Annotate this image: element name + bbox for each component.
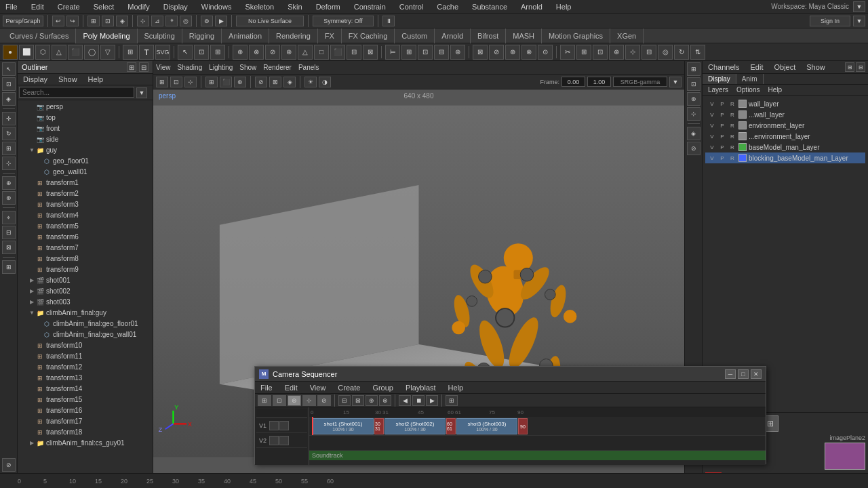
cam-tool-7[interactable]: ⊠ (352, 395, 364, 406)
toolbar-select[interactable]: ⊞ (87, 16, 100, 26)
tree-item-transform7[interactable]: ⊞transform7 (19, 243, 151, 253)
tree-item-persp[interactable]: 📷persp (19, 102, 151, 113)
tool-boolean[interactable]: ⊘ (265, 45, 280, 60)
layer-color-baseModel_man_Layer[interactable] (738, 143, 747, 151)
tool-universal[interactable]: ⊕ (2, 176, 16, 190)
right-tool-2[interactable]: ⊡ (687, 77, 701, 91)
tool-select-btn[interactable]: ↖ (2, 62, 16, 76)
tree-item-climbAnim_final_guy[interactable]: ▼📁climbAnim_final:guy (19, 308, 151, 319)
workspace-dropdown[interactable]: ▼ (853, 1, 865, 12)
outliner-menu-show[interactable]: Show (56, 75, 80, 83)
tab-mash[interactable]: MASH (506, 28, 542, 43)
tool-grid[interactable]: ⊞ (2, 260, 16, 274)
tool-wedge[interactable]: ⊟ (642, 45, 656, 60)
tab-anim[interactable]: Anim (736, 74, 764, 84)
toolbar-snap1[interactable]: ⊹ (137, 16, 149, 26)
menu-constrain[interactable]: Constrain (351, 3, 389, 11)
cam-seq-timeline-area[interactable]: 0 15 30 31 45 60 61 75 90 shot1 (Shot001… (309, 407, 766, 465)
outliner-menu-display[interactable]: Display (20, 75, 50, 83)
tool-scale[interactable]: ⊞ (2, 142, 16, 155)
tool-slide-edge[interactable]: ⊙ (538, 45, 553, 60)
layer-flag-R-baseModel_man_Layer[interactable]: R (728, 143, 736, 151)
tree-item-transform4[interactable]: ⊞transform4 (19, 210, 151, 221)
menu-control[interactable]: Control (397, 3, 426, 11)
layer-color-environment_layer[interactable] (738, 121, 747, 129)
tree-item-transform18[interactable]: ⊞transform18 (19, 427, 151, 438)
tree-item-transform8[interactable]: ⊞transform8 (19, 253, 151, 264)
channels-label[interactable]: Channels (705, 63, 742, 71)
cam-play-fwd[interactable]: ▶ (426, 395, 438, 406)
tool-cylinder[interactable]: ⬡ (35, 45, 50, 60)
tree-item-transform14[interactable]: ⊞transform14 (19, 384, 151, 394)
layer-row-baseModel_man_Layer[interactable]: VPRbaseModel_man_Layer (705, 142, 865, 152)
outliner-expand-icon[interactable]: ⊞ (127, 62, 136, 72)
toolbar-layout[interactable]: Persp/Graph (3, 16, 43, 26)
vp-wireframe[interactable]: ⬛ (220, 77, 232, 87)
vp-camera-input[interactable]: SRGB-gamma (613, 77, 667, 87)
tool-cone[interactable]: △ (52, 45, 66, 60)
tree-item-transform15[interactable]: ⊞transform15 (19, 394, 151, 405)
toolbar-history[interactable]: ⊚ (201, 16, 213, 26)
menu-cache[interactable]: Cache (434, 3, 461, 11)
layer-flag-R-wall_layer[interactable]: R (728, 100, 736, 108)
vp-lights[interactable]: ☀ (304, 77, 317, 87)
vp-menu-shading[interactable]: Shading (178, 64, 203, 71)
tree-item-front[interactable]: 📷front (19, 123, 151, 134)
menu-deform[interactable]: Deform (313, 3, 343, 11)
vp-menu-view[interactable]: View (156, 64, 171, 71)
tab-motion-graphics[interactable]: Motion Graphics (542, 28, 610, 43)
tree-item-transform10[interactable]: ⊞transform10 (19, 340, 151, 351)
tab-poly-modeling[interactable]: Poly Modeling (76, 28, 137, 43)
tab-arnold[interactable]: Arnold (435, 28, 471, 43)
layer-flag-V-...wall_layer[interactable]: V (708, 110, 716, 119)
layer-row-wall_layer[interactable]: VPRwall_layer (705, 98, 865, 109)
cam-tool-more[interactable]: ⊞ (446, 395, 458, 406)
tab-custom[interactable]: Custom (395, 28, 435, 43)
layer-color-...wall_layer[interactable] (738, 110, 747, 119)
cam-menu-edit[interactable]: Edit (282, 384, 300, 392)
cam-tool-8[interactable]: ⊕ (366, 395, 378, 406)
vp-menu-lighting[interactable]: Lighting (209, 64, 233, 71)
channels-edit[interactable]: Edit (747, 63, 766, 71)
channels-pin[interactable]: ⊞ (845, 62, 854, 72)
tree-item-climbAnim_final_cs_guy01[interactable]: ▶📁climbAnim_final:cs_guy01 (19, 438, 151, 449)
tool-quad[interactable]: □ (314, 45, 329, 60)
menu-create[interactable]: Create (55, 3, 83, 11)
layer-row-___environment_layer[interactable]: VPR...environment_layer (705, 131, 865, 142)
right-tool-6[interactable]: ⊘ (687, 142, 701, 155)
vp-smooth[interactable]: ⊛ (234, 77, 246, 87)
v2-thumb2[interactable] (279, 436, 289, 445)
menu-edit[interactable]: Edit (28, 3, 47, 11)
tool-multi-cut[interactable]: ✂ (560, 45, 575, 60)
cam-menu-help[interactable]: Help (446, 384, 467, 392)
vp-xray[interactable]: ⊠ (269, 77, 281, 87)
tool-select[interactable]: ↖ (178, 45, 193, 60)
right-tool-5[interactable]: ◈ (687, 127, 701, 140)
seq-shot2[interactable]: shot2 (Shot002) 100% / 30 (384, 418, 446, 434)
vp-isolate[interactable]: ⊘ (255, 77, 267, 87)
vp-select-cam[interactable]: ⊞ (156, 77, 168, 87)
cam-menu-create[interactable]: Create (335, 384, 363, 392)
layer-color-...environment_layer[interactable] (738, 132, 747, 140)
tool-separate[interactable]: ⊗ (249, 45, 264, 60)
tab-rigging[interactable]: Rigging (182, 28, 222, 43)
layer-flag-P-wall_layer[interactable]: P (718, 100, 726, 108)
layer-color-wall_layer[interactable] (738, 100, 747, 108)
options-label[interactable]: Options (734, 86, 762, 94)
layer-row-environment_layer[interactable]: VPRenvironment_layer (705, 120, 865, 131)
layer-flag-R-...wall_layer[interactable]: R (728, 110, 736, 119)
tool-extrude[interactable]: ⊞ (123, 45, 138, 60)
tool-collapse[interactable]: ⊛ (450, 45, 465, 60)
tool-poke[interactable]: ⊹ (625, 45, 640, 60)
tree-item-transform3[interactable]: ⊞transform3 (19, 199, 151, 210)
tool-soft-mod[interactable]: ⊛ (2, 191, 16, 205)
tool-paint-select[interactable]: ◈ (2, 92, 16, 106)
tool-lasso-btn[interactable]: ⊡ (2, 77, 16, 91)
tab-sculpting[interactable]: Sculpting (138, 28, 182, 43)
vp-resolution[interactable]: ⊹ (184, 77, 197, 87)
vp-frame[interactable]: ⊡ (170, 77, 182, 87)
tool-cleanup[interactable]: ⊠ (363, 45, 378, 60)
vp-menu-show[interactable]: Show (239, 64, 256, 71)
toolbar-undo[interactable]: ↩ (52, 16, 64, 26)
toolbar-snap2[interactable]: ⊿ (151, 16, 163, 26)
